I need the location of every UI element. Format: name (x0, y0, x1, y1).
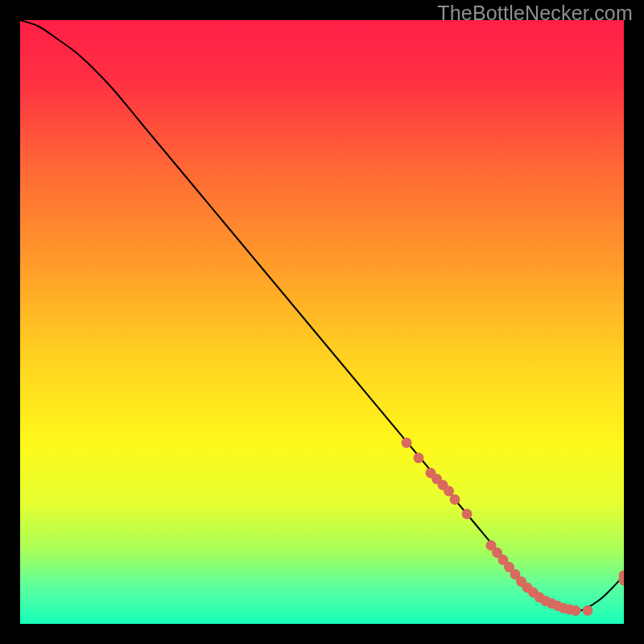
chart-frame: TheBottleNecker.com (0, 0, 644, 644)
data-point (444, 486, 454, 497)
data-point (450, 494, 460, 505)
data-point (583, 605, 593, 616)
data-point (462, 509, 473, 519)
gradient-background (20, 20, 624, 624)
data-point (571, 605, 581, 616)
bottleneck-chart (20, 20, 624, 624)
data-point (414, 452, 424, 463)
data-point (402, 438, 412, 448)
chart-plot-area (20, 20, 624, 624)
